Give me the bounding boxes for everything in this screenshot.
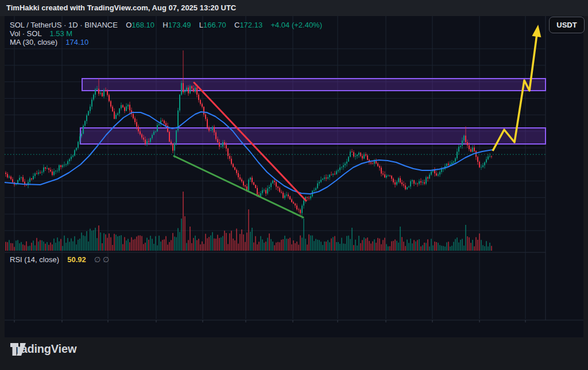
footer-bar: TradingView (0, 337, 588, 370)
rsi-legend-row[interactable]: RSI (14, close) 50.92 ∅ ∅ (10, 255, 109, 264)
low-label: L (199, 21, 203, 29)
high-label: H (163, 21, 168, 29)
close-value: 172.13 (239, 21, 262, 29)
open-value: 168.10 (131, 21, 154, 29)
tradingview-logo-icon (10, 342, 30, 356)
ma-legend-row[interactable]: MA (30, close) 174.10 (10, 38, 88, 46)
close-label: C (234, 21, 239, 29)
chart-background (5, 16, 583, 337)
attribution-text: TimHakki created with TradingView.com, A… (6, 3, 236, 12)
symbol-legend-row[interactable]: SOL / TetherUS · 1D · BINANCE O168.10 H1… (10, 21, 322, 29)
tradingview-branding[interactable]: TradingView (10, 342, 76, 356)
rsi-hide-icons[interactable]: ∅ ∅ (94, 255, 109, 264)
attribution-bar: TimHakki created with TradingView.com, A… (0, 0, 588, 16)
currency-toggle-button[interactable]: USDT (549, 17, 585, 33)
exchange-label: BINANCE (84, 21, 118, 29)
volume-label: Vol · SOL (10, 29, 41, 38)
volume-legend-row[interactable]: Vol · SOL 1.53 M (10, 29, 72, 38)
rsi-value: 50.92 (67, 255, 86, 264)
symbol-name[interactable]: SOL / TetherUS (10, 21, 61, 29)
rsi-label: RSI (14, close) (10, 255, 59, 264)
change-value: +4.04 (+2.40%) (270, 21, 322, 29)
ma-label: MA (30, close) (10, 38, 57, 46)
tradingview-chart-page: TimHakki created with TradingView.com, A… (0, 0, 588, 370)
volume-value: 1.53 M (49, 29, 72, 38)
chart-canvas[interactable] (0, 0, 588, 370)
low-value: 166.70 (203, 21, 226, 29)
interval-label[interactable]: 1D (68, 21, 78, 29)
ma-value: 174.10 (65, 38, 88, 46)
open-label: O (126, 21, 131, 29)
high-value: 173.49 (168, 21, 191, 29)
